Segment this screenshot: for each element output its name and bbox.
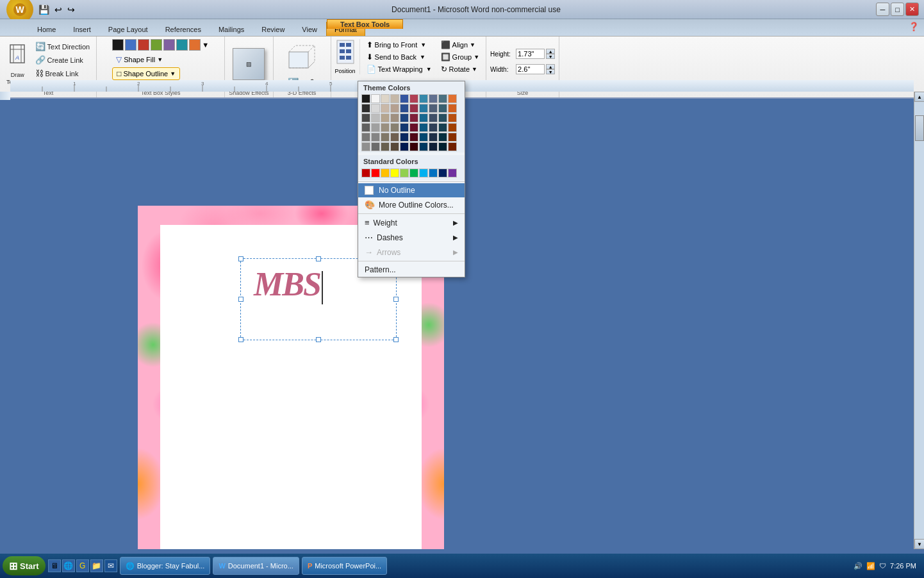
tc-6-9[interactable] [438,142,447,151]
bring-to-front-arrow[interactable]: ▼ [420,42,426,48]
sc-1[interactable] [361,169,370,178]
tc-1-10[interactable] [448,94,457,103]
undo-icon[interactable]: ↩ [54,4,62,15]
swatch-black[interactable] [112,39,124,51]
tc-6-10[interactable] [448,142,457,151]
3d-effects-button[interactable] [283,40,320,76]
height-up[interactable]: ▲ [546,49,555,54]
align-button[interactable]: ⬛ Align ▼ [438,39,483,51]
swatch-teal[interactable] [176,39,188,51]
tc-3-5[interactable] [400,113,409,122]
save-icon[interactable]: 💾 [38,4,49,15]
swatch-blue[interactable] [125,39,136,51]
group-button[interactable]: 🔲 Group ▼ [438,51,483,63]
shape-fill-dropdown-arrow[interactable]: ▼ [157,56,163,63]
tc-6-7[interactable] [419,142,428,151]
tc-5-7[interactable] [419,133,428,142]
text-direction-button[interactable]: 🔄 Text Direction [33,40,93,53]
tc-2-7[interactable] [419,104,428,113]
handle-e[interactable] [393,297,399,302]
tc-2-2[interactable] [371,104,380,113]
tc-4-1[interactable] [361,123,370,132]
tab-mailings[interactable]: Mailings [210,22,252,36]
send-to-back-arrow[interactable]: ▼ [420,54,425,60]
handle-se[interactable] [393,337,399,342]
group-arrow[interactable]: ▼ [474,54,479,60]
tc-6-2[interactable] [371,142,380,151]
position-button[interactable]: Position [335,39,356,74]
tc-5-8[interactable] [429,133,438,142]
tc-3-3[interactable] [381,113,390,122]
tc-2-6[interactable] [409,104,418,113]
tc-1-4[interactable] [390,94,399,103]
sc-5[interactable] [400,169,409,178]
tab-review[interactable]: Review [253,22,293,36]
close-button[interactable]: ✕ [905,3,919,16]
tc-5-6[interactable] [409,133,418,142]
swatch-purple[interactable] [163,39,175,51]
dashes-item[interactable]: ⋯ Dashes ▶ [358,230,465,245]
swatch-red[interactable] [138,39,149,51]
tc-1-6[interactable] [409,94,418,103]
sc-6[interactable] [409,169,418,178]
minimize-button[interactable]: ─ [876,3,889,16]
tab-page-layout[interactable]: Page Layout [100,22,156,36]
tc-6-5[interactable] [400,142,409,151]
sc-2[interactable] [371,169,380,178]
tc-2-3[interactable] [381,104,390,113]
tc-1-8[interactable] [429,94,438,103]
sc-3[interactable] [381,169,390,178]
tab-view[interactable]: View [293,22,326,36]
start-button[interactable]: ⊞ Start [3,556,45,575]
taskbar-word[interactable]: W Document1 - Micro... [213,557,299,575]
more-styles-arrow[interactable]: ▼ [202,41,209,49]
taskbar-ie-icon[interactable]: 🌐 [62,559,75,572]
tc-1-9[interactable] [438,94,447,103]
weight-item[interactable]: ≡ Weight ▶ [358,215,465,230]
taskbar-network-icon[interactable]: 🔊 [854,562,862,570]
handle-sw[interactable] [238,337,243,342]
width-input[interactable] [516,64,545,74]
tc-3-8[interactable] [429,113,438,122]
tc-3-7[interactable] [419,113,428,122]
arrows-item[interactable]: → Arrows ▶ [358,245,465,260]
tab-home[interactable]: Home [29,22,64,36]
send-to-back-button[interactable]: ⬇ Send to Back ▼ [364,51,434,63]
tab-references[interactable]: References [157,22,210,36]
text-wrapping-button[interactable]: 📄 Text Wrapping ▼ [364,63,434,75]
swatch-orange[interactable] [189,39,201,51]
tc-3-4[interactable] [390,113,399,122]
redo-icon[interactable]: ↪ [67,4,75,15]
tc-3-9[interactable] [438,113,447,122]
tc-4-4[interactable] [390,123,399,132]
handle-w[interactable] [238,297,243,302]
sc-8[interactable] [429,169,438,178]
bring-to-front-button[interactable]: ⬆ Bring to Front ▼ [364,39,434,51]
rotate-button[interactable]: ↻ Rotate ▼ [438,63,483,75]
no-outline-item[interactable]: No Outline [358,183,465,197]
tc-4-3[interactable] [381,123,390,132]
tc-1-2[interactable] [371,94,380,103]
tc-6-4[interactable] [390,142,399,151]
height-down[interactable]: ▼ [546,54,555,59]
maximize-button[interactable]: □ [891,3,904,16]
more-outline-colors-item[interactable]: 🎨 More Outline Colors... [358,197,465,212]
shape-outline-button[interactable]: □ Shape Outline ▼ [112,67,180,80]
height-input[interactable] [516,49,545,59]
tc-3-2[interactable] [371,113,380,122]
tc-3-10[interactable] [448,113,457,122]
tc-2-1[interactable] [361,104,370,113]
taskbar-chrome-icon[interactable]: G [76,559,89,572]
tab-insert[interactable]: Insert [65,22,99,36]
taskbar-folder-icon[interactable]: 📁 [90,559,103,572]
break-link-button[interactable]: ⛓ Break Link [33,67,93,79]
tc-5-1[interactable] [361,133,370,142]
tc-4-10[interactable] [448,123,457,132]
tc-5-4[interactable] [390,133,399,142]
tc-1-5[interactable] [400,94,409,103]
swatch-green[interactable] [151,39,162,51]
tc-5-2[interactable] [371,133,380,142]
tc-4-5[interactable] [400,123,409,132]
tc-4-2[interactable] [371,123,380,132]
tc-4-9[interactable] [438,123,447,132]
